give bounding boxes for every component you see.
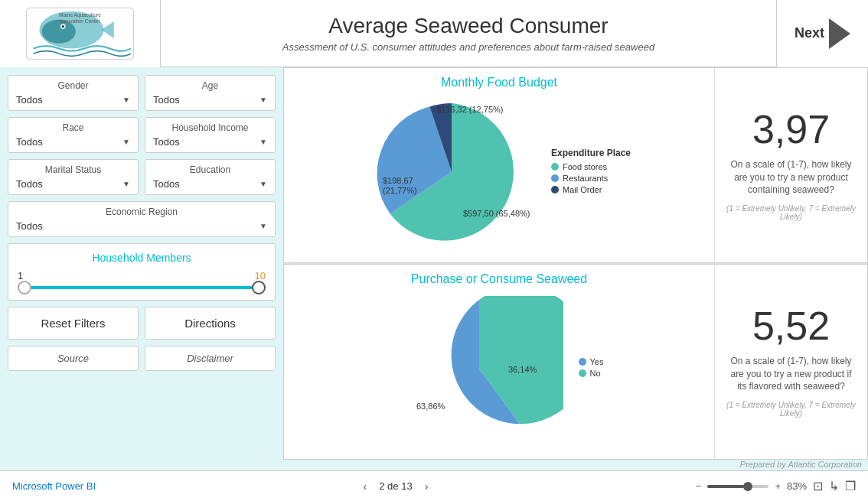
- household-min: 1: [18, 270, 23, 281]
- zoom-slider[interactable]: [707, 485, 768, 488]
- bottom-row: Purchase or Consume Seaweed 36,14% 63,86…: [283, 264, 868, 460]
- svg-point-5: [62, 24, 64, 27]
- page-label: 2 de 13: [379, 480, 412, 492]
- top-row: Monthly Food Budget: [283, 67, 868, 264]
- filter-race[interactable]: Race Todos ▼: [8, 117, 139, 153]
- economic-region-select[interactable]: Todos ▼: [16, 220, 267, 232]
- legend-no: No: [579, 369, 604, 378]
- bottom-bar: Microsoft Power BI ‹ 2 de 13 › − + 83% ⊡…: [0, 470, 868, 501]
- chart1-title: Monthly Food Budget: [292, 76, 706, 89]
- legend-title: Expenditure Place: [551, 148, 631, 158]
- race-select[interactable]: Todos ▼: [16, 136, 130, 148]
- fullscreen-icon[interactable]: ❐: [845, 479, 856, 493]
- monthly-food-budget-chart: Monthly Food Budget: [283, 67, 715, 263]
- mail-order-dot: [551, 186, 559, 194]
- reset-filters-button[interactable]: Reset Filters: [8, 307, 139, 340]
- chevron-down-icon: ▼: [259, 222, 267, 230]
- legend-yes: Yes: [579, 357, 604, 366]
- link-buttons: Source Disclaimer: [8, 346, 276, 371]
- subtitle: Assessment of U.S. consumer attitudes an…: [176, 41, 761, 53]
- education-select[interactable]: Todos ▼: [153, 178, 267, 190]
- zoom-plus-button[interactable]: +: [775, 480, 781, 492]
- chart2-title: Purchase or Consume Seaweed: [292, 272, 706, 286]
- pie-chart-2: 36,14% 63,86%: [395, 296, 563, 441]
- title-area: Average Seaweed Consumer Assessment of U…: [161, 6, 776, 60]
- zoom-minus-button[interactable]: −: [696, 480, 702, 492]
- chevron-down-icon: ▼: [122, 138, 130, 146]
- disclaimer-button[interactable]: Disclaimer: [145, 346, 276, 371]
- legend-food-stores: Food stores: [551, 162, 631, 171]
- powerbi-link[interactable]: Microsoft Power BI: [12, 480, 96, 492]
- household-members-filter: Household Members 1 10: [8, 243, 276, 301]
- filter-economic-region[interactable]: Economic Region Todos ▼: [8, 201, 276, 237]
- pagination: ‹ 2 de 13 ›: [359, 479, 433, 494]
- slider-thumb-right[interactable]: [252, 281, 266, 294]
- chart2-legend: Yes No: [579, 357, 604, 380]
- zoom-thumb[interactable]: [743, 482, 752, 491]
- logo-icon: Maine Aquaculture Innovation Center: [6, 6, 154, 61]
- sidebar: Gender Todos ▼ Age Todos ▼ Race Todos: [0, 67, 283, 470]
- zoom-fill: [707, 485, 744, 488]
- filter-row-gender-age: Gender Todos ▼ Age Todos ▼: [8, 75, 276, 111]
- restaurants-dot: [551, 174, 559, 182]
- stat-panel-1: 3,97 On a scale of (1-7), how likely are…: [715, 67, 868, 263]
- filter-education[interactable]: Education Todos ▼: [145, 159, 276, 195]
- household-values: 1 10: [18, 270, 266, 281]
- chart1-legend: Expenditure Place Food stores Restaurant…: [551, 148, 631, 197]
- directions-button[interactable]: Directions: [145, 307, 276, 340]
- household-title: Household Members: [18, 252, 266, 264]
- export-icon[interactable]: ↳: [829, 479, 839, 493]
- arrow-right-icon: [829, 18, 850, 49]
- chevron-down-icon: ▼: [259, 96, 267, 104]
- chart1-container: $597,50 (65,48%) $198,67 (21,77%) $116,3…: [292, 94, 706, 250]
- stat1-value: 3,97: [752, 109, 830, 149]
- chart2-container: 36,14% 63,86% Yes No: [292, 291, 706, 447]
- next-page-button[interactable]: ›: [420, 479, 433, 494]
- household-slider-track[interactable]: [18, 286, 266, 289]
- slider-thumb-left[interactable]: [18, 281, 31, 294]
- no-dot: [579, 369, 586, 377]
- charts-stats-area: Monthly Food Budget: [283, 67, 868, 470]
- filter-row-marital-education: Marital Status Todos ▼ Education Todos ▼: [8, 159, 276, 195]
- filter-gender[interactable]: Gender Todos ▼: [8, 75, 139, 111]
- chevron-down-icon: ▼: [122, 180, 130, 188]
- legend-restaurants: Restaurants: [551, 174, 631, 183]
- chevron-down-icon: ▼: [122, 96, 130, 104]
- filter-household-income[interactable]: Household Income Todos ▼: [145, 117, 276, 153]
- fit-page-icon[interactable]: ⊡: [813, 479, 823, 493]
- prev-page-button[interactable]: ‹: [359, 479, 372, 494]
- household-income-select[interactable]: Todos ▼: [153, 136, 267, 148]
- main-title: Average Seaweed Consumer: [176, 14, 761, 38]
- filter-marital-status[interactable]: Marital Status Todos ▼: [8, 159, 139, 195]
- filter-row-race-income: Race Todos ▼ Household Income Todos ▼: [8, 117, 276, 153]
- yes-dot: [579, 358, 586, 366]
- svg-text:$198,67: $198,67: [383, 176, 413, 185]
- purchase-consume-seaweed-chart: Purchase or Consume Seaweed 36,14% 63,86…: [283, 264, 715, 460]
- filter-age[interactable]: Age Todos ▼: [145, 75, 276, 111]
- prepared-by: Prepared by Atlantic Corporation: [283, 460, 868, 470]
- stat2-scale: (1 = Extremely Unlikely, 7 = Extremely L…: [726, 401, 857, 418]
- age-select[interactable]: Todos ▼: [153, 94, 267, 106]
- header: Maine Aquaculture Innovation Center Aver…: [0, 0, 868, 67]
- svg-text:63,86%: 63,86%: [416, 402, 445, 411]
- zoom-bar: − + 83% ⊡ ↳ ❐: [696, 479, 856, 493]
- pie-chart-1: $597,50 (65,48%) $198,67 (21,77%) $116,3…: [367, 96, 536, 249]
- gender-select[interactable]: Todos ▼: [16, 94, 130, 106]
- logo-box: Maine Aquaculture Innovation Center: [0, 0, 161, 67]
- main-content: Gender Todos ▼ Age Todos ▼ Race Todos: [0, 67, 868, 470]
- stat1-desc: On a scale of (1-7), how likely are you …: [726, 158, 857, 197]
- svg-text:Innovation Center: Innovation Center: [60, 18, 100, 24]
- source-button[interactable]: Source: [8, 346, 139, 371]
- chevron-down-icon: ▼: [259, 180, 267, 188]
- stat1-scale: (1 = Extremely Unlikely, 7 = Extremely L…: [726, 204, 857, 221]
- marital-status-select[interactable]: Todos ▼: [16, 178, 130, 190]
- stat2-value: 5,52: [752, 306, 830, 346]
- next-button[interactable]: Next: [776, 0, 868, 67]
- chevron-down-icon: ▼: [259, 138, 267, 146]
- household-max: 10: [255, 270, 266, 281]
- food-stores-dot: [551, 163, 559, 171]
- slider-fill: [18, 286, 266, 289]
- stat2-desc: On a scale of (1-7), how likely are you …: [726, 355, 857, 393]
- next-label: Next: [795, 25, 824, 41]
- svg-text:$597,50 (65,48%): $597,50 (65,48%): [463, 209, 530, 218]
